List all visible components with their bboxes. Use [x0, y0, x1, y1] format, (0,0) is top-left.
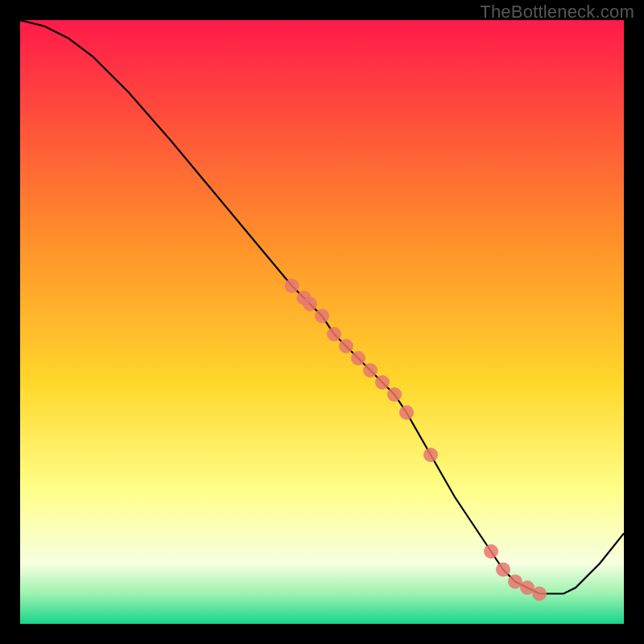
data-point	[303, 297, 317, 312]
data-point	[363, 363, 378, 378]
data-point	[399, 406, 414, 420]
plot-area	[20, 20, 624, 624]
data-point	[315, 309, 329, 324]
data-point	[387, 387, 402, 402]
data-point	[351, 351, 365, 365]
data-point	[327, 327, 341, 341]
data-point	[423, 448, 438, 462]
chart-svg	[20, 20, 624, 624]
data-point	[532, 587, 547, 601]
data-point	[339, 339, 353, 353]
data-point	[484, 544, 498, 559]
data-point	[496, 563, 510, 577]
watermark-label: TheBottleneck.com	[480, 2, 634, 23]
data-point	[375, 375, 390, 390]
data-point	[285, 279, 299, 293]
chart-stage: TheBottleneck.com	[0, 0, 644, 644]
